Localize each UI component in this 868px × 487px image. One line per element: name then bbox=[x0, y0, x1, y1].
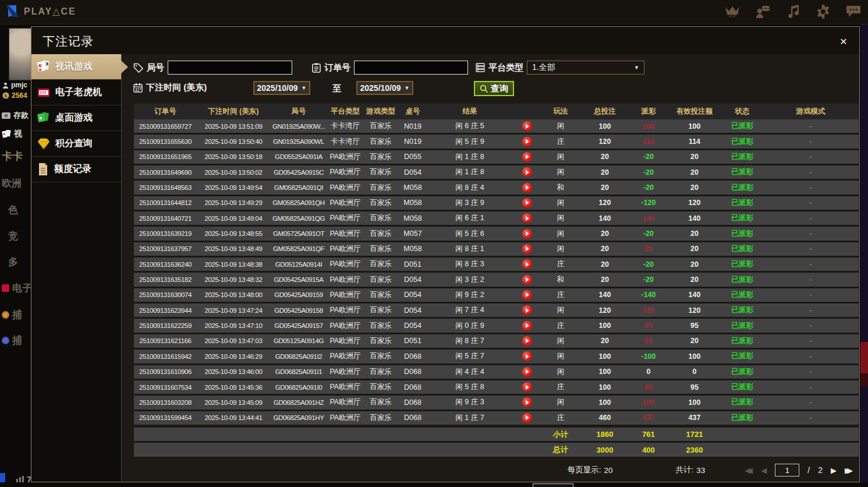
search-icon bbox=[480, 84, 488, 93]
play-video-icon[interactable] bbox=[522, 244, 532, 254]
tab-label: 额度记录 bbox=[54, 163, 91, 175]
deposit-item[interactable]: 存款 bbox=[2, 110, 29, 121]
column-header: 桌号 bbox=[398, 107, 427, 117]
table-cell: 已派彩 bbox=[722, 397, 763, 407]
play-video-icon[interactable] bbox=[522, 229, 532, 239]
table-cell: 闲 5 庄 9 bbox=[427, 137, 512, 147]
table-cell: - bbox=[763, 322, 859, 330]
per-page-indicator: 每页显示: 20 bbox=[568, 465, 613, 475]
sidebar-tab-points[interactable]: 积分查询 bbox=[31, 131, 121, 157]
play-video-icon[interactable] bbox=[522, 290, 532, 300]
column-header: 派彩 bbox=[630, 107, 667, 117]
table-cell: 20 bbox=[580, 168, 630, 177]
play-video-icon[interactable] bbox=[522, 321, 532, 331]
platform-select[interactable]: 1.全部 ▼ bbox=[527, 61, 644, 75]
table-cell: 95 bbox=[667, 383, 722, 391]
table-cell: 140 bbox=[667, 291, 722, 299]
table-cell: 闲 9 庄 2 bbox=[427, 290, 512, 300]
table-cell: 闲 5 庄 6 bbox=[427, 229, 512, 239]
bg-menu-item[interactable]: 卡卡 bbox=[2, 149, 23, 163]
sidebar-tab-quota-records[interactable]: 额度记录 bbox=[31, 157, 121, 182]
play-video-icon[interactable] bbox=[522, 121, 532, 131]
play-video-icon[interactable] bbox=[522, 397, 532, 407]
sidebar-tab-table-games[interactable]: ♣ 桌面游戏 bbox=[31, 105, 121, 131]
round-input[interactable] bbox=[168, 61, 292, 75]
play-video-icon[interactable] bbox=[522, 152, 532, 162]
play-video-icon[interactable] bbox=[522, 305, 532, 315]
bg-menu-item[interactable]: 捕 bbox=[2, 334, 22, 347]
query-button[interactable]: 查询 bbox=[474, 81, 514, 96]
play-video-icon[interactable] bbox=[522, 351, 532, 361]
table-cell: PA欧洲厅 bbox=[327, 321, 363, 331]
music-icon[interactable] bbox=[784, 2, 802, 21]
close-icon[interactable]: × bbox=[836, 34, 851, 49]
order-input[interactable] bbox=[354, 61, 468, 75]
play-video-icon[interactable] bbox=[522, 198, 532, 208]
table-cell: D054 bbox=[398, 168, 427, 177]
table-row: 2510091316075342025-10-09 13:45:36GD0682… bbox=[134, 380, 859, 396]
chat-icon[interactable] bbox=[845, 2, 862, 21]
first-page-icon[interactable]: ◀◀ bbox=[745, 466, 753, 475]
table-cell: GM05825A091QG bbox=[270, 215, 327, 222]
avatar[interactable] bbox=[9, 28, 31, 80]
background-bottom-strip bbox=[0, 482, 868, 487]
play-video-icon[interactable] bbox=[522, 213, 532, 223]
table-cell: GD05425A0915A bbox=[270, 276, 327, 283]
column-header: 下注时间 (美东) bbox=[197, 107, 270, 117]
support-icon[interactable] bbox=[754, 2, 771, 21]
sidebar-tab-video-games[interactable]: 9 K ♥ 视讯游戏 bbox=[31, 54, 121, 80]
table-cell: 2025-10-09 13:48:55 bbox=[197, 230, 270, 237]
table-cell: 251009131607534 bbox=[134, 384, 197, 391]
bg-menu-item[interactable]: 竞 bbox=[8, 230, 18, 243]
table-header-row: 订单号下注时间 (美东)局号平台类型游戏类型桌号结果玩法总投注派彩有效投注额状态… bbox=[134, 104, 859, 119]
next-page-icon[interactable]: ▶ bbox=[831, 466, 837, 475]
table-cell: 百家乐 bbox=[363, 336, 398, 346]
bg-menu-item[interactable]: 多 bbox=[8, 255, 18, 269]
vip-icon[interactable]: VIP bbox=[724, 2, 741, 21]
table-cell: 庄 bbox=[541, 413, 580, 423]
table-cell: 已派彩 bbox=[722, 167, 763, 177]
table-cell: 100 bbox=[580, 122, 630, 130]
play-video-icon[interactable] bbox=[522, 275, 532, 285]
table-cell: PA欧洲厅 bbox=[327, 213, 363, 223]
background-sidebar: pmjc $ 2564 存款 K 视 卡卡 欧洲 色 竞 多 电子 捕 捕 74… bbox=[0, 24, 31, 487]
table-row: 2510091316597272025-10-09 13:51:09GN0192… bbox=[134, 119, 859, 135]
column-header: 总投注 bbox=[580, 107, 630, 117]
play-video-icon[interactable] bbox=[522, 336, 532, 346]
table-cell: 120 bbox=[580, 199, 630, 207]
play-video-icon[interactable] bbox=[522, 367, 532, 377]
bg-menu-item[interactable]: 欧洲 bbox=[2, 177, 22, 190]
bg-menu-item[interactable]: 电子 bbox=[2, 281, 31, 295]
date-to-select[interactable]: 2025/10/09 ▼ bbox=[356, 81, 413, 95]
play-video-icon[interactable] bbox=[522, 259, 532, 269]
prev-page-icon[interactable]: ◀ bbox=[761, 466, 767, 475]
play-video-icon[interactable] bbox=[522, 413, 532, 423]
settings-icon[interactable] bbox=[814, 2, 832, 21]
table-cell: D055 bbox=[398, 153, 427, 161]
table-cell bbox=[512, 413, 541, 423]
sidebar-tab-slots[interactable]: 777 电子老虎机 bbox=[31, 80, 121, 105]
chevron-down-icon: ▼ bbox=[634, 65, 639, 70]
date-from-select[interactable]: 2025/10/09 ▼ bbox=[253, 81, 310, 95]
play-video-icon[interactable] bbox=[522, 382, 532, 392]
bg-menu-item[interactable]: 色 bbox=[8, 203, 18, 217]
bg-menu-item[interactable]: 捕 bbox=[2, 308, 22, 322]
table-cell: 20 bbox=[580, 183, 630, 192]
page-number-input[interactable]: 1 bbox=[775, 464, 799, 477]
table-cell bbox=[512, 183, 541, 193]
svg-text:$: $ bbox=[4, 93, 7, 98]
date-from-value: 2025/10/09 bbox=[257, 83, 298, 93]
table-cell: - bbox=[763, 276, 859, 284]
table-cell: 闲 bbox=[541, 121, 580, 131]
last-page-icon[interactable]: ▶▶ bbox=[845, 466, 853, 475]
column-header: 订单号 bbox=[134, 107, 197, 117]
table-cell: - bbox=[763, 260, 859, 269]
play-video-icon[interactable] bbox=[522, 167, 532, 177]
play-video-icon[interactable] bbox=[522, 137, 532, 147]
bg-menu-video[interactable]: K 视 bbox=[2, 129, 22, 139]
play-video-icon[interactable] bbox=[522, 183, 532, 193]
column-header: 平台类型 bbox=[327, 107, 363, 117]
table-cell: 百家乐 bbox=[363, 198, 398, 208]
money-icon: $ bbox=[2, 92, 9, 99]
cards-icon: K bbox=[2, 130, 11, 139]
